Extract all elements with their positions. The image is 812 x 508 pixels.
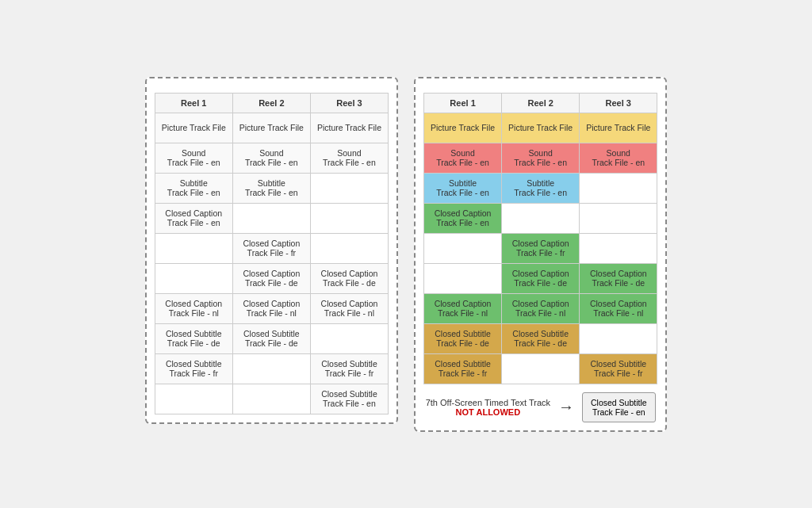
right-cell-r1-c2: SoundTrack File - en	[580, 143, 657, 173]
right-header-reel1: Reel 1	[424, 93, 502, 113]
result-box: Closed SubtitleTrack File - en	[582, 392, 656, 422]
right-header-reel2: Reel 2	[502, 93, 580, 113]
right-table: Reel 1 Reel 2 Reel 3 Picture Track FileP…	[423, 93, 657, 384]
left-cell-r8-c2: Closed SubtitleTrack File - fr	[310, 353, 388, 384]
right-panel: Reel 1 Reel 2 Reel 3 Picture Track FileP…	[414, 77, 667, 432]
left-cell-r0-c1: Picture Track File	[232, 113, 310, 143]
right-cell-r8-c1	[502, 353, 580, 384]
left-panel: Reel 1 Reel 2 Reel 3 Picture Track FileP…	[145, 77, 398, 424]
left-cell-r4-c2	[310, 233, 388, 263]
right-cell-r0-c1: Picture Track File	[502, 113, 580, 143]
right-cell-r0-c0: Picture Track File	[424, 113, 502, 143]
page-container: Reel 1 Reel 2 Reel 3 Picture Track FileP…	[137, 69, 676, 440]
left-header-reel3: Reel 3	[310, 93, 388, 113]
left-cell-r6-c1: Closed CaptionTrack File - nl	[232, 293, 310, 323]
right-cell-r5-c1: Closed CaptionTrack File - de	[502, 263, 580, 293]
right-cell-r4-c0	[424, 233, 502, 263]
right-cell-r3-c2	[580, 203, 657, 233]
left-cell-r4-c1: Closed CaptionTrack File - fr	[232, 233, 310, 263]
left-cell-r1-c1: SoundTrack File - en	[232, 143, 310, 173]
right-cell-r7-c2	[580, 323, 657, 353]
left-cell-r5-c1: Closed CaptionTrack File - de	[232, 263, 310, 293]
right-cell-r6-c0: Closed CaptionTrack File - nl	[424, 293, 502, 323]
left-cell-r9-c2: Closed SubtitleTrack File - en	[310, 384, 388, 414]
left-cell-r3-c2	[310, 203, 388, 233]
right-cell-r1-c1: SoundTrack File - en	[502, 143, 580, 173]
left-cell-r7-c0: Closed SubtitleTrack File - de	[155, 323, 232, 353]
left-header-reel2: Reel 2	[232, 93, 310, 113]
right-cell-r7-c1: Closed SubtitleTrack File - de	[502, 323, 580, 353]
left-cell-r2-c1: SubtitleTrack File - en	[232, 173, 310, 203]
right-cell-r5-c0	[424, 263, 502, 293]
not-allowed-text: 7th Off-Screen Timed Text Track NOT ALLO…	[426, 398, 550, 417]
left-cell-r3-c1	[232, 203, 310, 233]
left-cell-r7-c1: Closed SubtitleTrack File - de	[232, 323, 310, 353]
arrow-icon: →	[558, 398, 574, 416]
right-cell-r4-c1: Closed CaptionTrack File - fr	[502, 233, 580, 263]
right-cell-r2-c1: SubtitleTrack File - en	[502, 173, 580, 203]
right-cell-r8-c2: Closed SubtitleTrack File - fr	[580, 353, 657, 384]
bottom-section: 7th Off-Screen Timed Text Track NOT ALLO…	[423, 392, 657, 422]
right-cell-r6-c1: Closed CaptionTrack File - nl	[502, 293, 580, 323]
left-cell-r0-c2: Picture Track File	[310, 113, 388, 143]
left-cell-r1-c2: SoundTrack File - en	[310, 143, 388, 173]
left-cell-r9-c1	[232, 384, 310, 414]
left-cell-r8-c1	[232, 353, 310, 384]
right-cell-r3-c0: Closed CaptionTrack File - en	[424, 203, 502, 233]
right-cell-r6-c2: Closed CaptionTrack File - nl	[580, 293, 657, 323]
left-cell-r5-c0	[155, 263, 232, 293]
right-cell-r1-c0: SoundTrack File - en	[424, 143, 502, 173]
right-cell-r0-c2: Picture Track File	[580, 113, 657, 143]
left-cell-r8-c0: Closed SubtitleTrack File - fr	[155, 353, 232, 384]
left-cell-r6-c0: Closed CaptionTrack File - nl	[155, 293, 232, 323]
left-header-reel1: Reel 1	[155, 93, 232, 113]
right-cell-r4-c2	[580, 233, 657, 263]
left-cell-r3-c0: Closed CaptionTrack File - en	[155, 203, 232, 233]
not-allowed-badge: NOT ALLOWED	[426, 407, 550, 417]
right-cell-r8-c0: Closed SubtitleTrack File - fr	[424, 353, 502, 384]
right-cell-r3-c1	[502, 203, 580, 233]
right-cell-r7-c0: Closed SubtitleTrack File - de	[424, 323, 502, 353]
left-table: Reel 1 Reel 2 Reel 3 Picture Track FileP…	[155, 93, 389, 414]
left-cell-r2-c2	[310, 173, 388, 203]
right-cell-r2-c2	[580, 173, 657, 203]
right-header-reel3: Reel 3	[580, 93, 657, 113]
not-allowed-label: 7th Off-Screen Timed Text Track	[426, 398, 550, 407]
left-cell-r7-c2	[310, 323, 388, 353]
left-cell-r5-c2: Closed CaptionTrack File - de	[310, 263, 388, 293]
left-cell-r2-c0: SubtitleTrack File - en	[155, 173, 232, 203]
left-cell-r1-c0: SoundTrack File - en	[155, 143, 232, 173]
left-cell-r0-c0: Picture Track File	[155, 113, 232, 143]
right-cell-r5-c2: Closed CaptionTrack File - de	[580, 263, 657, 293]
right-cell-r2-c0: SubtitleTrack File - en	[424, 173, 502, 203]
left-cell-r9-c0	[155, 384, 232, 414]
left-cell-r4-c0	[155, 233, 232, 263]
left-cell-r6-c2: Closed CaptionTrack File - nl	[310, 293, 388, 323]
